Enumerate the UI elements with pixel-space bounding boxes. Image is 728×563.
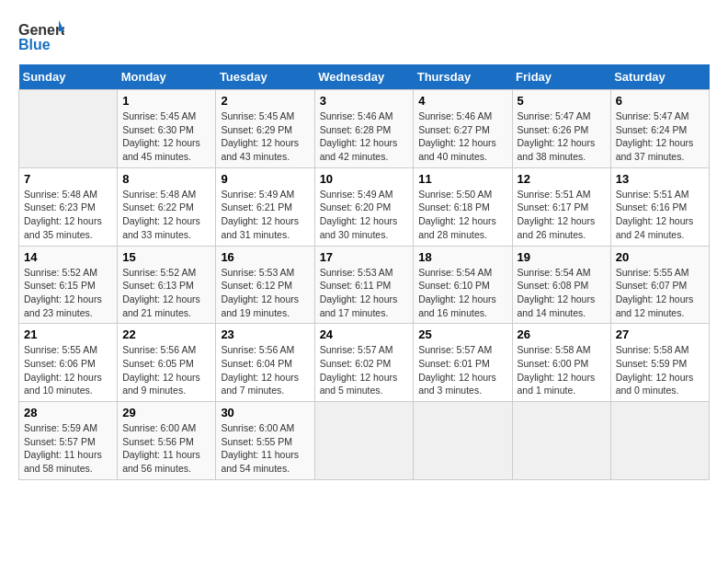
calendar-day-cell: 14Sunrise: 5:52 AM Sunset: 6:15 PM Dayli… [19, 246, 118, 324]
day-info: Sunrise: 5:56 AM Sunset: 6:04 PM Dayligh… [221, 343, 309, 397]
day-number: 21 [24, 327, 112, 341]
calendar-day-cell: 1Sunrise: 5:45 AM Sunset: 6:30 PM Daylig… [118, 90, 216, 168]
calendar-day-cell: 20Sunrise: 5:55 AM Sunset: 6:07 PM Dayli… [610, 246, 709, 324]
day-info: Sunrise: 5:45 AM Sunset: 6:30 PM Dayligh… [122, 109, 210, 164]
calendar-day-cell: 3Sunrise: 5:46 AM Sunset: 6:28 PM Daylig… [314, 90, 414, 168]
calendar-day-cell: 11Sunrise: 5:50 AM Sunset: 6:18 PM Dayli… [414, 167, 512, 246]
calendar-day-cell [19, 90, 118, 168]
day-number: 19 [518, 250, 606, 264]
day-info: Sunrise: 5:46 AM Sunset: 6:27 PM Dayligh… [418, 109, 506, 164]
day-number: 26 [518, 327, 606, 341]
day-number: 15 [122, 250, 210, 264]
day-info: Sunrise: 5:48 AM Sunset: 6:22 PM Dayligh… [122, 188, 210, 242]
calendar-day-cell: 9Sunrise: 5:49 AM Sunset: 6:21 PM Daylig… [216, 167, 314, 246]
day-info: Sunrise: 5:49 AM Sunset: 6:21 PM Dayligh… [221, 188, 309, 242]
calendar-day-cell: 4Sunrise: 5:46 AM Sunset: 6:27 PM Daylig… [414, 90, 512, 168]
day-info: Sunrise: 5:53 AM Sunset: 6:11 PM Dayligh… [320, 266, 409, 320]
calendar-day-cell: 15Sunrise: 5:52 AM Sunset: 6:13 PM Dayli… [118, 246, 216, 324]
calendar-week-row: 28Sunrise: 5:59 AM Sunset: 5:57 PM Dayli… [19, 402, 710, 480]
logo-icon: General Blue [18, 18, 64, 55]
calendar-day-cell: 17Sunrise: 5:53 AM Sunset: 6:11 PM Dayli… [314, 246, 414, 324]
calendar-day-cell: 16Sunrise: 5:53 AM Sunset: 6:12 PM Dayli… [216, 246, 314, 324]
day-info: Sunrise: 5:54 AM Sunset: 6:10 PM Dayligh… [418, 266, 506, 320]
day-number: 22 [122, 327, 210, 341]
weekday-header-cell: Thursday [414, 64, 512, 90]
day-number: 7 [24, 172, 112, 186]
calendar-day-cell: 24Sunrise: 5:57 AM Sunset: 6:02 PM Dayli… [314, 324, 414, 402]
day-number: 1 [122, 94, 210, 108]
calendar-day-cell: 10Sunrise: 5:49 AM Sunset: 6:20 PM Dayli… [314, 167, 414, 246]
day-info: Sunrise: 5:58 AM Sunset: 6:00 PM Dayligh… [518, 343, 606, 397]
calendar-day-cell [314, 402, 414, 480]
day-number: 6 [616, 94, 704, 108]
calendar-day-cell [512, 402, 610, 480]
calendar-week-row: 7Sunrise: 5:48 AM Sunset: 6:23 PM Daylig… [19, 167, 710, 246]
calendar-day-cell [414, 402, 512, 480]
svg-text:Blue: Blue [18, 37, 51, 52]
calendar-day-cell: 7Sunrise: 5:48 AM Sunset: 6:23 PM Daylig… [19, 167, 118, 246]
day-number: 4 [418, 94, 506, 108]
day-info: Sunrise: 5:55 AM Sunset: 6:06 PM Dayligh… [24, 343, 112, 397]
weekday-header-cell: Sunday [19, 64, 118, 90]
day-number: 28 [24, 406, 112, 419]
calendar-day-cell: 12Sunrise: 5:51 AM Sunset: 6:17 PM Dayli… [512, 167, 610, 246]
day-number: 13 [616, 172, 704, 186]
calendar-day-cell: 8Sunrise: 5:48 AM Sunset: 6:22 PM Daylig… [118, 167, 216, 246]
weekday-header-cell: Tuesday [216, 64, 314, 90]
day-number: 29 [122, 406, 210, 419]
day-info: Sunrise: 5:46 AM Sunset: 6:28 PM Dayligh… [320, 109, 409, 164]
day-info: Sunrise: 5:51 AM Sunset: 6:17 PM Dayligh… [518, 188, 606, 242]
day-info: Sunrise: 6:00 AM Sunset: 5:56 PM Dayligh… [122, 421, 210, 476]
day-number: 5 [518, 94, 606, 108]
weekday-header-row: SundayMondayTuesdayWednesdayThursdayFrid… [19, 64, 710, 90]
day-info: Sunrise: 5:57 AM Sunset: 6:01 PM Dayligh… [418, 343, 506, 397]
day-number: 30 [221, 406, 309, 419]
calendar-day-cell: 19Sunrise: 5:54 AM Sunset: 6:08 PM Dayli… [512, 246, 610, 324]
day-number: 23 [221, 327, 309, 341]
logo: General Blue [18, 18, 68, 55]
calendar-table: SundayMondayTuesdayWednesdayThursdayFrid… [18, 64, 710, 480]
day-number: 12 [518, 172, 606, 186]
calendar-day-cell: 28Sunrise: 5:59 AM Sunset: 5:57 PM Dayli… [19, 402, 118, 480]
day-number: 8 [122, 172, 210, 186]
day-info: Sunrise: 5:57 AM Sunset: 6:02 PM Dayligh… [320, 343, 409, 397]
day-info: Sunrise: 5:48 AM Sunset: 6:23 PM Dayligh… [24, 188, 112, 242]
calendar-week-row: 1Sunrise: 5:45 AM Sunset: 6:30 PM Daylig… [19, 90, 710, 168]
day-number: 18 [418, 250, 506, 264]
day-number: 20 [616, 250, 704, 264]
calendar-day-cell: 30Sunrise: 6:00 AM Sunset: 5:55 PM Dayli… [216, 402, 314, 480]
calendar-week-row: 14Sunrise: 5:52 AM Sunset: 6:15 PM Dayli… [19, 246, 710, 324]
day-number: 27 [616, 327, 704, 341]
day-info: Sunrise: 5:47 AM Sunset: 6:24 PM Dayligh… [616, 109, 704, 164]
day-number: 3 [320, 94, 409, 108]
weekday-header-cell: Wednesday [314, 64, 414, 90]
day-number: 14 [24, 250, 112, 264]
day-info: Sunrise: 5:49 AM Sunset: 6:20 PM Dayligh… [320, 188, 409, 242]
day-info: Sunrise: 5:47 AM Sunset: 6:26 PM Dayligh… [518, 109, 606, 164]
calendar-day-cell: 25Sunrise: 5:57 AM Sunset: 6:01 PM Dayli… [414, 324, 512, 402]
day-info: Sunrise: 5:59 AM Sunset: 5:57 PM Dayligh… [24, 421, 112, 476]
day-number: 17 [320, 250, 409, 264]
calendar-day-cell: 2Sunrise: 5:45 AM Sunset: 6:29 PM Daylig… [216, 90, 314, 168]
day-info: Sunrise: 5:50 AM Sunset: 6:18 PM Dayligh… [418, 188, 506, 242]
svg-text:General: General [18, 22, 64, 38]
calendar-day-cell: 6Sunrise: 5:47 AM Sunset: 6:24 PM Daylig… [610, 90, 709, 168]
weekday-header-cell: Saturday [610, 64, 709, 90]
day-info: Sunrise: 5:54 AM Sunset: 6:08 PM Dayligh… [518, 266, 606, 320]
day-info: Sunrise: 5:58 AM Sunset: 5:59 PM Dayligh… [616, 343, 704, 397]
calendar-body: 1Sunrise: 5:45 AM Sunset: 6:30 PM Daylig… [19, 90, 710, 480]
day-number: 25 [418, 327, 506, 341]
calendar-day-cell: 18Sunrise: 5:54 AM Sunset: 6:10 PM Dayli… [414, 246, 512, 324]
calendar-day-cell: 22Sunrise: 5:56 AM Sunset: 6:05 PM Dayli… [118, 324, 216, 402]
day-info: Sunrise: 5:55 AM Sunset: 6:07 PM Dayligh… [616, 266, 704, 320]
day-info: Sunrise: 5:52 AM Sunset: 6:15 PM Dayligh… [24, 266, 112, 320]
day-number: 24 [320, 327, 409, 341]
day-number: 16 [221, 250, 309, 264]
calendar-day-cell: 26Sunrise: 5:58 AM Sunset: 6:00 PM Dayli… [512, 324, 610, 402]
day-info: Sunrise: 5:51 AM Sunset: 6:16 PM Dayligh… [616, 188, 704, 242]
calendar-day-cell: 29Sunrise: 6:00 AM Sunset: 5:56 PM Dayli… [118, 402, 216, 480]
calendar-day-cell: 23Sunrise: 5:56 AM Sunset: 6:04 PM Dayli… [216, 324, 314, 402]
calendar-day-cell: 27Sunrise: 5:58 AM Sunset: 5:59 PM Dayli… [610, 324, 709, 402]
day-info: Sunrise: 5:52 AM Sunset: 6:13 PM Dayligh… [122, 266, 210, 320]
calendar-day-cell [610, 402, 709, 480]
